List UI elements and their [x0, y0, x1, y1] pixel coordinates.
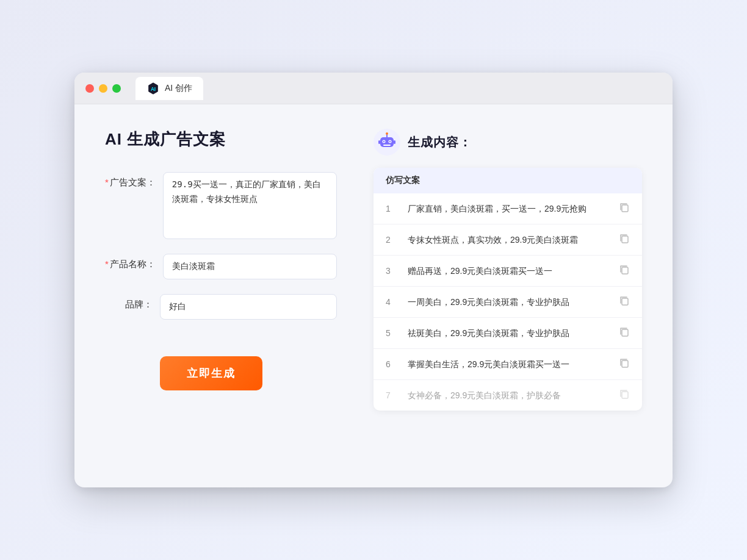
brand-label: 品牌：	[105, 294, 160, 311]
ai-creation-tab[interactable]: AI AI 创作	[135, 77, 203, 100]
result-table-header: 仿写文案	[374, 168, 642, 193]
svg-rect-19	[622, 392, 628, 398]
result-row: 3赠品再送，29.9元美白淡斑霜买一送一	[374, 256, 642, 287]
svg-rect-13	[622, 205, 628, 212]
ad-copy-row: *广告文案： 29.9买一送一，真正的厂家直销，美白淡斑霜，专抹女性斑点	[105, 172, 337, 239]
product-name-row: *产品名称：	[105, 254, 337, 279]
content-area: AI 生成广告文案 *广告文案： 29.9买一送一，真正的厂家直销，美白淡斑霜，…	[74, 104, 673, 435]
result-title: 生成内容：	[408, 134, 472, 151]
result-num: 4	[386, 297, 398, 307]
result-num: 5	[386, 328, 398, 338]
result-header: 生成内容：	[374, 129, 642, 156]
result-num: 3	[386, 266, 398, 276]
brand-row: 品牌：	[105, 294, 337, 320]
result-row: 1厂家直销，美白淡斑霜，买一送一，29.9元抢购	[374, 193, 642, 224]
copy-icon[interactable]	[619, 202, 630, 215]
generate-button[interactable]: 立即生成	[160, 356, 262, 390]
svg-rect-12	[394, 140, 395, 144]
result-text: 掌握美白生活，29.9元美白淡斑霜买一送一	[408, 358, 609, 371]
result-row: 4一周美白，29.9元美白淡斑霜，专业护肤品	[374, 287, 642, 318]
ai-tab-icon: AI	[146, 82, 160, 95]
minimize-button[interactable]	[99, 84, 107, 93]
result-text: 祛斑美白，29.9元美白淡斑霜，专业护肤品	[408, 327, 609, 340]
result-text: 厂家直销，美白淡斑霜，买一送一，29.9元抢购	[408, 203, 609, 215]
copy-icon[interactable]	[619, 357, 630, 371]
result-num: 2	[386, 235, 398, 245]
svg-point-6	[383, 141, 384, 142]
ad-copy-input[interactable]: 29.9买一送一，真正的厂家直销，美白淡斑霜，专抹女性斑点	[163, 172, 337, 239]
svg-text:AI: AI	[151, 86, 156, 92]
title-bar: AI AI 创作	[74, 73, 673, 104]
product-name-input[interactable]	[163, 254, 337, 279]
svg-rect-8	[383, 145, 391, 146]
svg-point-7	[389, 141, 391, 142]
result-text: 赠品再送，29.9元美白淡斑霜买一送一	[408, 265, 609, 278]
svg-rect-17	[622, 329, 628, 336]
copy-icon[interactable]	[619, 389, 630, 402]
svg-rect-11	[378, 140, 380, 144]
result-text: 专抹女性斑点，真实功效，29.9元美白淡斑霜	[408, 234, 609, 246]
traffic-lights	[85, 84, 121, 93]
copy-icon[interactable]	[619, 233, 630, 246]
page-title: AI 生成广告文案	[105, 129, 337, 150]
copy-icon[interactable]	[619, 326, 630, 340]
product-name-required: *	[105, 259, 109, 269]
left-panel: AI 生成广告文案 *广告文案： 29.9买一送一，真正的厂家直销，美白淡斑霜，…	[105, 129, 337, 411]
result-num: 6	[386, 359, 398, 369]
result-num: 1	[386, 204, 398, 214]
generate-button-wrap: 立即生成	[105, 334, 337, 390]
result-text: 一周美白，29.9元美白淡斑霜，专业护肤品	[408, 296, 609, 309]
result-row: 2专抹女性斑点，真实功效，29.9元美白淡斑霜	[374, 224, 642, 256]
svg-point-10	[386, 132, 388, 135]
copy-icon[interactable]	[619, 295, 630, 309]
result-row: 7女神必备，29.9元美白淡斑霜，护肤必备	[374, 380, 642, 411]
result-table: 仿写文案 1厂家直销，美白淡斑霜，买一送一，29.9元抢购 2专抹女性斑点，真实…	[374, 168, 642, 411]
product-name-label: *产品名称：	[105, 254, 163, 270]
browser-window: AI AI 创作 AI 生成广告文案 *广告文案： 29.9买一送一，真正的厂家…	[74, 73, 673, 487]
ad-copy-label: *广告文案：	[105, 172, 163, 188]
tab-label: AI 创作	[165, 83, 192, 94]
result-num: 7	[386, 390, 398, 400]
brand-input[interactable]	[160, 294, 337, 320]
result-row: 6掌握美白生活，29.9元美白淡斑霜买一送一	[374, 349, 642, 380]
result-row: 5祛斑美白，29.9元美白淡斑霜，专业护肤品	[374, 318, 642, 349]
maximize-button[interactable]	[112, 84, 121, 93]
svg-rect-14	[622, 236, 628, 243]
svg-rect-18	[622, 361, 628, 367]
svg-rect-15	[622, 267, 628, 274]
robot-icon	[374, 129, 400, 156]
ad-copy-required: *	[105, 177, 109, 187]
right-panel: 生成内容： 仿写文案 1厂家直销，美白淡斑霜，买一送一，29.9元抢购 2专抹女…	[374, 129, 642, 411]
copy-icon[interactable]	[619, 264, 630, 278]
result-text: 女神必备，29.9元美白淡斑霜，护肤必备	[408, 389, 609, 402]
svg-rect-16	[622, 298, 628, 305]
close-button[interactable]	[85, 84, 94, 93]
